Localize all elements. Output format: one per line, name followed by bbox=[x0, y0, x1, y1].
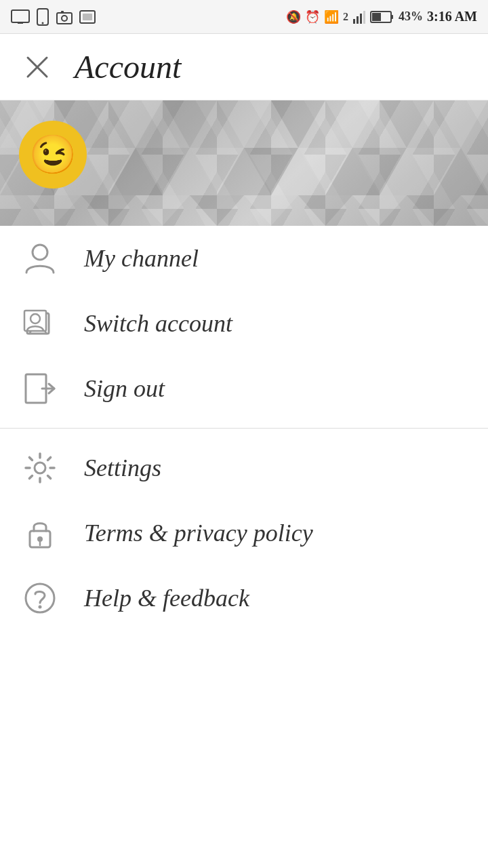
terms-item[interactable]: Terms & privacy policy bbox=[0, 500, 488, 566]
svg-rect-0 bbox=[12, 10, 29, 22]
svg-marker-25 bbox=[380, 100, 434, 148]
alarm-icon: ⏰ bbox=[305, 9, 320, 24]
switch-account-icon bbox=[20, 304, 60, 343]
my-channel-item[interactable]: My channel bbox=[0, 226, 488, 291]
status-icons-right: 🔕 ⏰ 📶 2 43% 3:16 AM bbox=[286, 9, 477, 24]
svg-marker-24 bbox=[325, 100, 380, 148]
status-time: 3:16 AM bbox=[427, 9, 477, 24]
svg-rect-14 bbox=[372, 13, 381, 21]
svg-point-60 bbox=[35, 462, 45, 473]
svg-marker-23 bbox=[271, 100, 325, 148]
mute-icon: 🔕 bbox=[286, 9, 301, 24]
sign-out-item[interactable]: Sign out bbox=[0, 356, 488, 421]
svg-point-65 bbox=[39, 606, 42, 609]
camera-icon bbox=[56, 9, 73, 24]
svg-marker-53 bbox=[461, 195, 488, 226]
svg-point-54 bbox=[33, 245, 47, 260]
settings-icon bbox=[20, 448, 60, 488]
status-icons-left bbox=[11, 8, 96, 26]
svg-rect-1 bbox=[18, 22, 23, 24]
svg-marker-50 bbox=[298, 195, 352, 226]
svg-rect-6 bbox=[61, 11, 64, 13]
my-channel-label: My channel bbox=[84, 244, 199, 273]
svg-rect-10 bbox=[357, 16, 359, 24]
svg-point-5 bbox=[62, 16, 67, 21]
svg-marker-51 bbox=[352, 195, 407, 226]
sign-out-icon bbox=[20, 369, 60, 408]
settings-item[interactable]: Settings bbox=[0, 435, 488, 500]
terms-label: Terms & privacy policy bbox=[84, 519, 313, 547]
svg-marker-46 bbox=[81, 195, 136, 226]
status-bar: 🔕 ⏰ 📶 2 43% 3:16 AM bbox=[0, 0, 488, 34]
svg-marker-20 bbox=[108, 100, 163, 148]
avatar[interactable]: 😉 bbox=[19, 121, 87, 189]
page-title: Account bbox=[75, 48, 181, 85]
wifi-icon: 📶 bbox=[324, 9, 339, 24]
lock-icon bbox=[20, 513, 60, 553]
help-icon bbox=[20, 578, 60, 618]
svg-marker-49 bbox=[244, 195, 298, 226]
svg-marker-45 bbox=[27, 195, 81, 226]
close-icon bbox=[25, 55, 49, 79]
help-label: Help & feedback bbox=[84, 584, 249, 612]
svg-marker-48 bbox=[190, 195, 244, 226]
switch-account-item[interactable]: Switch account bbox=[0, 291, 488, 356]
svg-point-3 bbox=[42, 22, 44, 24]
svg-rect-12 bbox=[363, 11, 365, 24]
svg-rect-11 bbox=[360, 14, 362, 24]
close-button[interactable] bbox=[20, 50, 54, 84]
menu-divider bbox=[0, 428, 488, 429]
account-menu-section: My channel Switch account Sign out bbox=[0, 226, 488, 421]
signal-bars-icon bbox=[352, 9, 366, 24]
svg-rect-8 bbox=[83, 14, 92, 20]
battery-percent: 43% bbox=[399, 9, 423, 24]
header: Account bbox=[0, 34, 488, 100]
svg-marker-26 bbox=[434, 100, 488, 148]
network-icon: 2 bbox=[343, 11, 348, 23]
svg-marker-21 bbox=[163, 100, 217, 148]
battery-icon bbox=[370, 9, 394, 24]
person-icon bbox=[20, 239, 60, 278]
screen-icon bbox=[11, 9, 30, 24]
settings-label: Settings bbox=[84, 454, 161, 482]
phone-icon bbox=[35, 8, 50, 26]
svg-marker-47 bbox=[136, 195, 190, 226]
svg-marker-52 bbox=[407, 195, 461, 226]
settings-menu-section: Settings Terms & privacy policy Help & f… bbox=[0, 435, 488, 631]
profile-banner: 😉 bbox=[0, 100, 488, 226]
help-item[interactable]: Help & feedback bbox=[0, 566, 488, 631]
screenshot-icon bbox=[79, 9, 96, 24]
svg-marker-22 bbox=[217, 100, 271, 148]
switch-account-label: Switch account bbox=[84, 309, 232, 338]
avatar-emoji: 😉 bbox=[29, 136, 77, 174]
sign-out-label: Sign out bbox=[84, 374, 165, 403]
svg-rect-15 bbox=[391, 15, 393, 19]
svg-rect-4 bbox=[57, 13, 72, 24]
svg-rect-9 bbox=[353, 19, 355, 24]
